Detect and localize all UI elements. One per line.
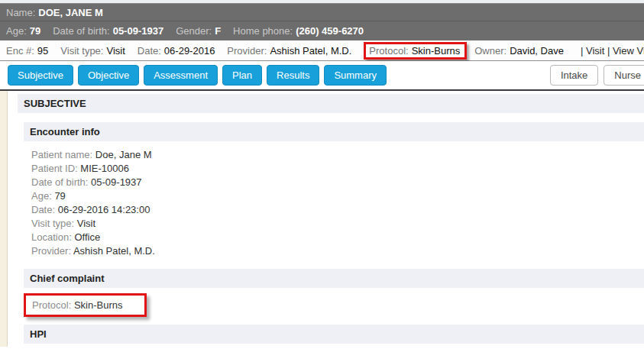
gender-field: Gender: F [176,25,221,37]
protocol-label: Protocol: [369,45,408,57]
visit-link[interactable]: Visit [586,45,604,57]
right-button-group: Intake Nurse [545,65,644,86]
tab-plan[interactable]: Plan [222,65,262,86]
visit-type-field: Visit type: Visit [60,45,125,57]
info-row-dob: Date of birth: 05-09-1937 [31,176,644,189]
section-header-encounter-info: Encounter info [24,122,644,141]
chief-complaint-protocol-label: Protocol: [32,299,71,311]
protocol-annotation-box: Protocol: Skin-Burns [364,42,467,60]
info-row-age: Age: 79 [31,189,644,203]
view-visit-link[interactable]: View Visit [613,45,644,57]
note-content-area: SUBJECTIVE Encounter info Patient name: … [0,89,644,347]
section-header-subjective: SUBJECTIVE [18,94,644,113]
provider-field: Provider: Ashish Patel, M.D. [227,45,351,57]
info-row-provider: Provider: Ashish Patel, M.D. [31,244,644,258]
tab-assessment[interactable]: Assessment [144,65,218,86]
patient-name-value: DOE, JANE M [38,7,103,18]
section-header-hpi: HPI [24,325,644,344]
section-header-chief-complaint: Chief complaint [24,269,644,288]
age-field: Age: 79 [6,25,40,37]
encounter-date-field: Date: 06-29-2016 [138,45,215,57]
chief-complaint-protocol-annotation-box: Protocol: Skin-Burns [24,293,147,317]
protocol-value: Skin-Burns [412,45,461,57]
enc-number-field: Enc #: 95 [6,45,48,57]
nurse-button[interactable]: Nurse [604,65,644,86]
owner-field: Owner: David, Dave [474,45,564,57]
tab-objective[interactable]: Objective [78,65,139,86]
dob-field: Date of birth: 05-09-1937 [53,25,163,37]
encounter-links: | Visit | View Visit | [581,45,644,57]
tab-strip: Subjective Objective Assessment Plan Res… [0,61,644,89]
info-row-location: Location: Office [31,231,644,244]
tab-subjective[interactable]: Subjective [8,65,73,86]
info-row-patient-name: Patient name: Doe, Jane M [31,148,644,162]
intake-button[interactable]: Intake [550,65,598,86]
info-row-visit-type: Visit type: Visit [31,217,644,231]
encounter-info-block: Patient name: Doe, Jane M Patient ID: MI… [24,141,644,264]
patient-name-label: Name: [6,7,35,18]
chief-complaint-protocol-value: Skin-Burns [74,299,123,311]
patient-demographics-banner: Age: 79 Date of birth: 05-09-1937 Gender… [0,21,644,40]
encounter-header-row: Enc #: 95 Visit type: Visit Date: 06-29-… [0,40,644,61]
info-row-patient-id: Patient ID: MIE-10006 [31,162,644,176]
patient-name-banner: Name: DOE, JANE M [0,3,644,21]
left-margin-strip [0,91,8,347]
info-row-date: Date: 06-29-2016 14:23:00 [31,203,644,217]
tab-results[interactable]: Results [267,65,319,86]
home-phone-field: Home phone: (260) 459-6270 [233,25,364,37]
tab-summary[interactable]: Summary [324,65,387,86]
